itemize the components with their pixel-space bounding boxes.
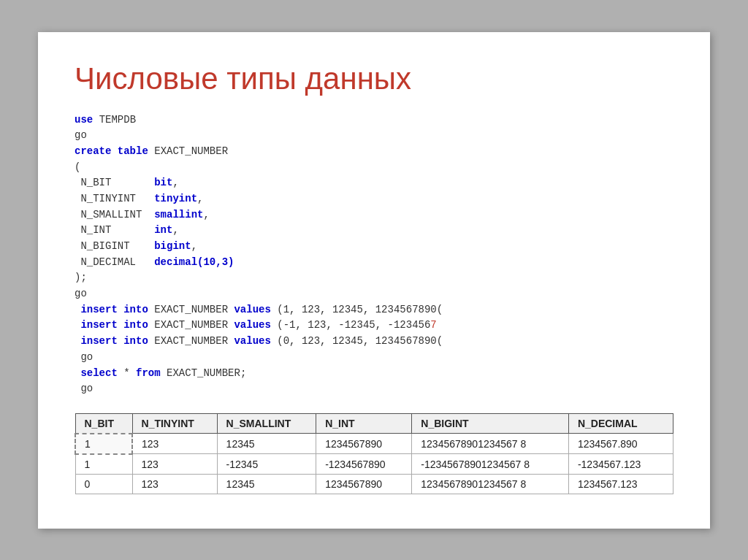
col-header-bigint: N_BIGINT [412,413,569,434]
code-line-4: ( [75,160,673,176]
cell-bigint-r1: 12345678901234567 8 [412,434,569,454]
code-line-18: go [75,381,673,397]
cell-smallint-r1: 12345 [217,434,316,454]
cell-nbit-r1: 1 [75,434,132,454]
table-row: 1 123 -12345 -1234567890 -12345678901234… [75,454,673,475]
table-row: 0 123 12345 1234567890 12345678901234567… [75,474,673,494]
col-header-tinyint: N_TINYINT [132,413,217,434]
code-line-10: N_DECIMAL decimal(10,3) [75,255,673,271]
code-line-3: create table EXACT_NUMBER [75,144,673,160]
cell-tinyint-r1: 123 [132,434,217,454]
cell-smallint-r2: -12345 [217,454,316,475]
results-table: N_BIT N_TINYINT N_SMALLINT N_INT N_BIGIN… [75,413,673,494]
table-header-row: N_BIT N_TINYINT N_SMALLINT N_INT N_BIGIN… [75,413,673,434]
cell-tinyint-r2: 123 [132,454,217,475]
cell-int-r2: -1234567890 [316,454,412,475]
cell-smallint-r3: 12345 [217,474,316,494]
code-line-13: insert into EXACT_NUMBER values (1, 123,… [75,302,673,318]
cell-tinyint-r3: 123 [132,474,217,494]
col-header-int: N_INT [316,413,412,434]
cell-decimal-r2: -1234567.123 [568,454,673,475]
cell-nbit-r3: 0 [75,474,132,494]
col-header-decimal: N_DECIMAL [568,413,673,434]
cell-int-r3: 1234567890 [316,474,412,494]
code-line-15: insert into EXACT_NUMBER values (0, 123,… [75,334,673,350]
cell-nbit-r2: 1 [75,454,132,475]
code-line-14: insert into EXACT_NUMBER values (-1, 123… [75,318,673,334]
cell-int-r1: 1234567890 [316,434,412,454]
code-line-6: N_TINYINT tinyint, [75,191,673,207]
cell-decimal-r1: 1234567.890 [568,434,673,454]
cell-bigint-r2: -12345678901234567 8 [412,454,569,475]
col-header-smallint: N_SMALLINT [217,413,316,434]
code-line-9: N_BIGINT bigint, [75,239,673,255]
slide: Числовые типы данных use TEMPDB go creat… [38,32,710,529]
cell-bigint-r3: 12345678901234567 8 [412,474,569,494]
code-line-17: select * from EXACT_NUMBER; [75,366,673,382]
code-line-2: go [75,128,673,144]
code-line-7: N_SMALLINT smallint, [75,207,673,223]
table-row: 1 123 12345 1234567890 12345678901234567… [75,434,673,454]
code-line-5: N_BIT bit, [75,175,673,191]
code-line-11: ); [75,270,673,286]
cell-decimal-r3: 1234567.123 [568,474,673,494]
code-block: use TEMPDB go create table EXACT_NUMBER … [75,112,673,397]
code-line-12: go [75,286,673,302]
slide-title: Числовые типы данных [75,61,673,96]
col-header-nbit: N_BIT [75,413,132,434]
code-line-1: use TEMPDB [75,112,673,129]
code-line-8: N_INT int, [75,223,673,239]
code-line-16: go [75,350,673,366]
